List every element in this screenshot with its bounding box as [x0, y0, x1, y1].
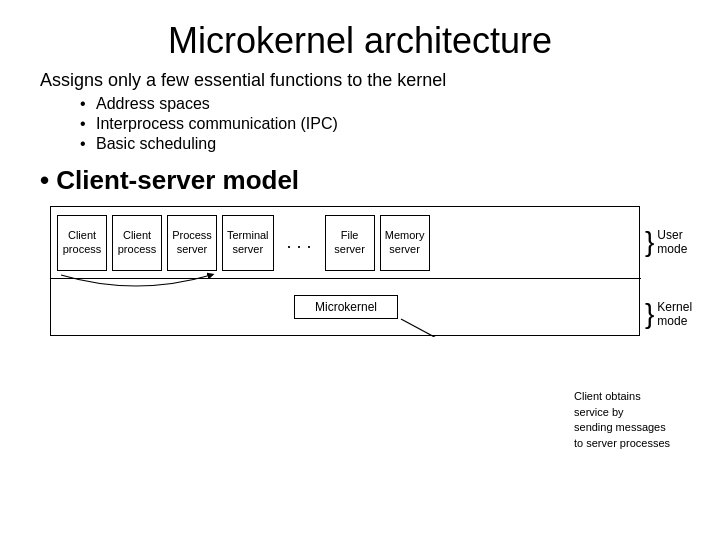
- process-server-box: Processserver: [167, 215, 217, 271]
- memory-server-box: Memoryserver: [380, 215, 430, 271]
- dots: . . .: [279, 215, 320, 271]
- kernel-mode-text: Kernel mode: [657, 300, 692, 328]
- user-mode-text: User mode: [657, 228, 687, 256]
- bullet-3: Basic scheduling: [80, 135, 680, 153]
- slide-title: Microkernel architecture: [40, 20, 680, 62]
- bullet-list: Address spaces Interprocess communicatio…: [80, 95, 680, 155]
- client-process-1-box: Clientprocess: [57, 215, 107, 271]
- microkernel-diagram: Clientprocess Clientprocess Processserve…: [50, 206, 670, 396]
- slide-subtitle: Assigns only a few essential functions t…: [40, 70, 680, 91]
- client-process-2-box: Clientprocess: [112, 215, 162, 271]
- note-line-4: to server processes: [574, 437, 670, 449]
- client-server-heading: Client-server model: [40, 165, 680, 196]
- user-mode-label: } User mode: [645, 228, 687, 256]
- note-line-2: service by: [574, 406, 624, 418]
- diagram-outer-box: Clientprocess Clientprocess Processserve…: [50, 206, 640, 336]
- bullet-2: Interprocess communication (IPC): [80, 115, 680, 133]
- slide: Microkernel architecture Assigns only a …: [0, 0, 720, 540]
- microkernel-box: Microkernel: [294, 295, 398, 319]
- kernel-mode-label: } Kernel mode: [645, 300, 692, 328]
- diagram-note: Client obtains service by sending messag…: [574, 389, 670, 451]
- note-line-3: sending messages: [574, 421, 666, 433]
- user-mode-brace: }: [645, 228, 654, 256]
- note-line-1: Client obtains: [574, 390, 641, 402]
- kernel-mode-brace: }: [645, 300, 654, 328]
- bullet-1: Address spaces: [80, 95, 680, 113]
- file-server-box: Fileserver: [325, 215, 375, 271]
- user-mode-row: Clientprocess Clientprocess Processserve…: [51, 207, 641, 279]
- terminal-server-box: Terminalserver: [222, 215, 274, 271]
- kernel-mode-row: Microkernel: [51, 279, 641, 337]
